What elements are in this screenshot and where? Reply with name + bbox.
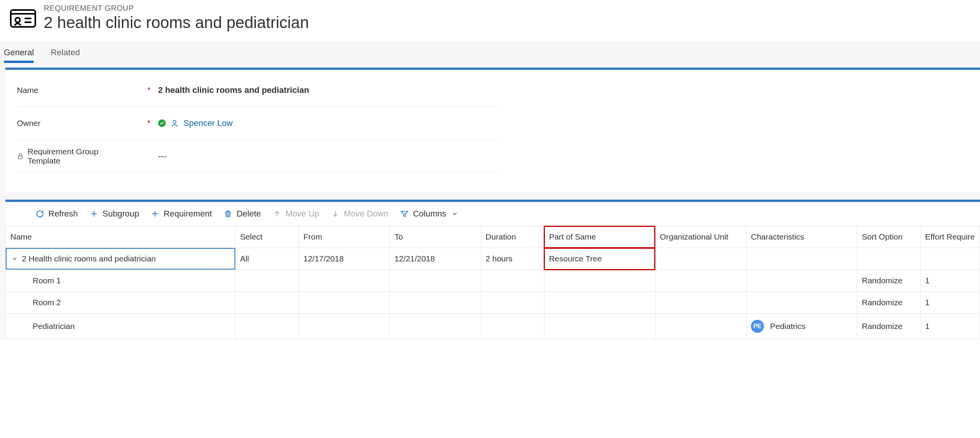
col-from[interactable]: From <box>299 226 389 248</box>
col-characteristics[interactable]: Characteristics <box>746 226 857 248</box>
table-row[interactable]: Room 2 Randomize 1 <box>6 292 980 314</box>
cell-sort[interactable]: Randomize <box>857 270 920 292</box>
col-part-of-same[interactable]: Part of Same <box>544 226 655 248</box>
table-row[interactable]: 2 Health clinic rooms and pediatrician A… <box>6 248 980 270</box>
table-row[interactable]: Room 1 Randomize 1 <box>6 270 980 292</box>
cell-effort[interactable]: 1 <box>921 314 980 339</box>
field-value-name[interactable]: 2 health clinic rooms and pediatrician <box>158 85 500 95</box>
grid-panel: Refresh Subgroup Requirement <box>5 200 980 339</box>
cell-part-of-same[interactable] <box>544 314 655 339</box>
entity-type-label: REQUIREMENT GROUP <box>44 4 309 13</box>
cell-characteristics[interactable]: PE Pediatrics <box>746 314 857 339</box>
cell-sort[interactable]: Randomize <box>857 292 920 314</box>
cell-duration[interactable] <box>481 314 544 339</box>
cell-duration[interactable]: 2 hours <box>481 248 544 270</box>
cell-effort[interactable] <box>921 248 980 270</box>
cell-org-unit[interactable] <box>655 248 746 270</box>
characteristic-avatar: PE <box>751 320 764 333</box>
cell-characteristics[interactable] <box>746 248 857 270</box>
cell-effort[interactable]: 1 <box>921 292 980 314</box>
field-label-template: Requirement Group Template <box>28 147 127 165</box>
col-to[interactable]: To <box>390 226 481 248</box>
cell-from[interactable] <box>299 292 389 314</box>
move-down-button: Move Down <box>331 209 388 219</box>
col-duration[interactable]: Duration <box>481 226 544 248</box>
cell-to[interactable]: 12/21/2018 <box>390 248 481 270</box>
cell-to[interactable] <box>390 292 481 314</box>
cell-to[interactable] <box>390 270 481 292</box>
plus-icon <box>89 209 99 218</box>
cell-part-of-same[interactable]: Resource Tree <box>544 248 655 270</box>
person-icon <box>170 119 179 127</box>
requirement-button[interactable]: Requirement <box>150 209 212 219</box>
svg-point-5 <box>173 120 176 123</box>
page-header: REQUIREMENT GROUP 2 health clinic rooms … <box>0 0 980 41</box>
chevron-down-icon[interactable] <box>10 255 19 263</box>
lock-icon <box>17 153 24 160</box>
cell-from[interactable]: 12/17/2018 <box>299 248 389 270</box>
arrow-down-icon <box>331 209 340 218</box>
cell-name: Room 1 <box>33 276 61 285</box>
cell-duration[interactable] <box>481 270 544 292</box>
trash-icon <box>223 209 233 218</box>
col-name[interactable]: Name <box>6 226 236 248</box>
requirements-table: Name Select From To Duration Part of Sam… <box>5 226 980 339</box>
field-row-owner: Owner * Spencer Low <box>17 107 500 140</box>
col-effort[interactable]: Effort Require <box>921 226 980 248</box>
col-org-unit[interactable]: Organizational Unit <box>655 226 746 248</box>
cell-select[interactable] <box>235 270 299 292</box>
field-row-template: Requirement Group Template --- <box>17 140 500 173</box>
refresh-icon <box>35 209 45 218</box>
field-value-template: --- <box>158 151 500 161</box>
cell-characteristics[interactable] <box>746 270 857 292</box>
cell-org-unit[interactable] <box>655 292 746 314</box>
cell-select[interactable]: All <box>235 248 299 270</box>
cell-part-of-same[interactable] <box>544 292 655 314</box>
entity-icon <box>9 4 37 31</box>
field-value-owner[interactable]: Spencer Low <box>158 118 500 128</box>
cell-duration[interactable] <box>481 292 544 314</box>
presence-available-icon <box>158 119 166 127</box>
refresh-button[interactable]: Refresh <box>35 209 78 219</box>
chevron-down-icon <box>450 209 459 218</box>
svg-point-2 <box>15 18 20 22</box>
cell-part-of-same[interactable] <box>544 270 655 292</box>
table-row[interactable]: Pediatrician PE Pediatrics Randomize 1 <box>6 314 980 339</box>
svg-rect-6 <box>18 156 23 159</box>
cell-name: Room 2 <box>33 298 61 307</box>
columns-button[interactable]: Columns <box>400 209 459 219</box>
grid-toolbar: Refresh Subgroup Requirement <box>5 202 980 226</box>
move-up-button: Move Up <box>272 209 319 219</box>
col-sort-option[interactable]: Sort Option <box>857 226 920 248</box>
cell-org-unit[interactable] <box>655 270 746 292</box>
tab-related[interactable]: Related <box>51 41 80 62</box>
form-panel: Name * 2 health clinic rooms and pediatr… <box>5 68 980 192</box>
field-row-name: Name * 2 health clinic rooms and pediatr… <box>17 74 500 107</box>
page-title: 2 health clinic rooms and pediatrician <box>44 13 309 32</box>
cell-from[interactable] <box>299 270 389 292</box>
owner-link[interactable]: Spencer Low <box>183 118 233 128</box>
tab-bar: General Related <box>0 41 980 62</box>
cell-org-unit[interactable] <box>655 314 746 339</box>
cell-sort[interactable] <box>857 248 920 270</box>
arrow-up-icon <box>272 209 282 218</box>
cell-sort[interactable]: Randomize <box>857 314 920 339</box>
cell-select[interactable] <box>235 292 299 314</box>
svg-marker-15 <box>401 212 408 217</box>
filter-icon <box>400 209 409 218</box>
cell-to[interactable] <box>390 314 481 339</box>
cell-from[interactable] <box>299 314 389 339</box>
characteristic-label: Pediatrics <box>770 322 805 331</box>
cell-characteristics[interactable] <box>746 292 857 314</box>
cell-effort[interactable]: 1 <box>921 270 980 292</box>
table-header-row: Name Select From To Duration Part of Sam… <box>6 226 980 248</box>
col-select[interactable]: Select <box>235 226 299 248</box>
cell-name: 2 Health clinic rooms and pediatrician <box>22 254 156 263</box>
tab-general[interactable]: General <box>4 41 34 62</box>
required-indicator: * <box>144 86 153 94</box>
cell-select[interactable] <box>235 314 299 339</box>
subgroup-button[interactable]: Subgroup <box>89 209 139 219</box>
required-indicator: * <box>144 119 153 127</box>
cell-name: Pediatrician <box>33 322 75 331</box>
delete-button[interactable]: Delete <box>223 209 261 219</box>
